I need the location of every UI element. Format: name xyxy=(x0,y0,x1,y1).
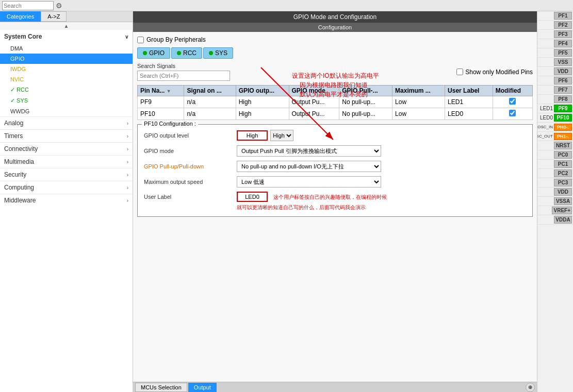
pf10-modified-checkbox[interactable] xyxy=(509,110,516,116)
tab-categories[interactable]: Categories xyxy=(0,11,41,22)
tab-az[interactable]: A->Z xyxy=(41,11,67,22)
sidebar-item-sys[interactable]: ✓ SYS xyxy=(0,95,133,106)
group-by-checkbox[interactable] xyxy=(137,37,144,43)
pin-pf4: PF4 xyxy=(537,39,573,48)
user-label-value: LED0 xyxy=(237,192,268,202)
pin-vdda-box[interactable]: VDDA xyxy=(554,216,572,224)
config-label-output-level: GPIO output level xyxy=(144,132,237,139)
pin-pc0-box[interactable]: PC0 xyxy=(554,151,572,159)
pin-pf7-box[interactable]: PF7 xyxy=(554,86,572,94)
col-user-label[interactable]: User Label xyxy=(445,86,493,96)
pin-pf3-box[interactable]: PF3 xyxy=(554,30,572,38)
cell-pf9-pin: PF9 xyxy=(138,96,184,108)
pin-pf5-box[interactable]: PF5 xyxy=(554,49,572,57)
sidebar-item-analog[interactable]: Analog › xyxy=(0,116,133,129)
timers-label: Timers xyxy=(4,132,23,140)
sidebar-item-rcc[interactable]: ✓ RCC xyxy=(0,84,133,95)
col-signal[interactable]: Signal on ... xyxy=(184,86,236,96)
multimedia-arrow: › xyxy=(127,159,128,165)
pin-pf6-box[interactable]: PF6 xyxy=(554,77,572,84)
tab-rcc[interactable]: RCC xyxy=(171,47,202,59)
gear-icon[interactable]: ⚙ xyxy=(56,2,62,10)
pin-pc1-box[interactable]: PC1 xyxy=(554,160,572,168)
cell-pf10-modified[interactable] xyxy=(493,108,532,120)
sidebar-item-connectivity[interactable]: Connectivity › xyxy=(0,142,133,155)
computing-label: Computing xyxy=(4,184,34,191)
sidebar-item-gpio[interactable]: GPIO xyxy=(0,54,133,64)
system-core-label: System Core xyxy=(4,33,42,40)
search-signals-input[interactable] xyxy=(137,71,230,81)
sidebar-item-security[interactable]: Security › xyxy=(0,168,133,181)
scroll-bottom-btn[interactable]: ⊕ xyxy=(526,383,535,392)
multimedia-label: Multimedia xyxy=(4,158,34,165)
output-level-select[interactable]: HighLow xyxy=(270,130,293,141)
pin-vssa-box[interactable]: VSSA xyxy=(554,197,572,205)
pin-ph0-box[interactable]: PH0-. xyxy=(554,124,572,131)
pin-pf4-box[interactable]: PF4 xyxy=(554,40,572,47)
sidebar-item-iwdg[interactable]: IWDG xyxy=(0,64,133,74)
pin-pf8-box[interactable]: PF8 xyxy=(554,95,572,103)
gpio-dot xyxy=(143,51,147,55)
gpio-speed-select[interactable]: Low 低速 xyxy=(237,176,381,188)
cell-pf9-mode: Output Pu... xyxy=(289,96,339,108)
pin-pc2: PC2 xyxy=(537,169,573,178)
tab-gpio[interactable]: GPIO xyxy=(137,47,170,59)
pin-pf1-box[interactable]: PF1 xyxy=(554,12,572,20)
pin-pf9: LED1 PF9 xyxy=(537,104,573,113)
pin-pf9-box[interactable]: PF9 xyxy=(554,105,572,112)
cell-pf9-speed: Low xyxy=(392,96,445,108)
user-label-annotation1: 这个用户标签按自己的兴趣随便取，在编程的时候 xyxy=(273,194,387,200)
group-by-label: Group By Peripherals xyxy=(146,36,206,43)
col-modified[interactable]: Modified xyxy=(493,86,532,96)
pin-vdd2-box[interactable]: VDD xyxy=(554,188,572,196)
timers-arrow: › xyxy=(127,133,128,139)
table-row: PF10 n/a High Output Pu... No pull-up...… xyxy=(138,108,533,120)
bottom-tab-mcus[interactable]: MCUs Selection xyxy=(135,383,187,392)
gpio-mode-select[interactable]: Output Push Pull 引脚为推挽输出模式 xyxy=(237,145,381,157)
pin-nrst-box[interactable]: NRST xyxy=(554,142,572,149)
system-core-section: ▲ System Core ∨ DMA GPIO IWDG NVIC ✓ RCC… xyxy=(0,22,133,116)
cell-pf10-mode: Output Pu... xyxy=(289,108,339,120)
pin-vref-box[interactable]: VREF+ xyxy=(552,207,572,214)
bottom-tab-output[interactable]: Output xyxy=(188,383,217,392)
sidebar-item-dma[interactable]: DMA xyxy=(0,43,133,54)
pin-vdd-box[interactable]: VDD xyxy=(554,67,572,75)
col-gpio-mode[interactable]: GPIO mode xyxy=(289,86,339,96)
pin-led0-label: LED0 xyxy=(540,115,553,121)
pin-pf10-box[interactable]: PF10 xyxy=(554,114,572,122)
cell-pf9-modified[interactable] xyxy=(493,96,532,108)
pin-pc2-box[interactable]: PC2 xyxy=(554,169,572,177)
pin-led1-label: LED1 xyxy=(540,106,553,111)
col-gpio-output[interactable]: GPIO outp... xyxy=(236,86,289,96)
system-core-header[interactable]: System Core ∨ xyxy=(0,30,133,43)
pin-pf2-box[interactable]: PF2 xyxy=(554,21,572,29)
sidebar-item-middleware[interactable]: Middleware › xyxy=(0,194,133,207)
computing-arrow: › xyxy=(127,185,128,191)
scroll-up-arrow: ▲ xyxy=(64,23,69,29)
scroll-up[interactable]: ▲ xyxy=(0,22,133,30)
output-level-value: High xyxy=(237,130,268,141)
sidebar-item-timers[interactable]: Timers › xyxy=(0,129,133,142)
col-pin-name[interactable]: Pin Na... ▼ xyxy=(138,86,184,96)
col-gpio-pull[interactable]: GPIO Pull-... xyxy=(339,86,392,96)
sidebar-item-multimedia[interactable]: Multimedia › xyxy=(0,155,133,168)
sidebar-item-wwdg[interactable]: WWDG xyxy=(0,106,133,116)
show-modified-checkbox[interactable] xyxy=(456,69,463,75)
gpio-table: Pin Na... ▼ Signal on ... GPIO outp... G… xyxy=(137,85,533,120)
pin-pf3: PF3 xyxy=(537,30,573,39)
sidebar-item-computing[interactable]: Computing › xyxy=(0,181,133,194)
sidebar-content: ▲ System Core ∨ DMA GPIO IWDG NVIC ✓ RCC… xyxy=(0,22,133,392)
pin-pc3-box[interactable]: PC3 xyxy=(554,179,572,186)
cell-pf9-label: LED1 xyxy=(445,96,493,108)
pin-vss-box[interactable]: VSS xyxy=(554,58,572,66)
gpio-pull-select[interactable]: No pull-up and no pull-down I/O无上下拉 xyxy=(237,161,381,172)
search-signals-label: Search Signals xyxy=(137,63,230,69)
col-max-speed[interactable]: Maximum ... xyxy=(392,86,445,96)
pin-ph1-box[interactable]: PH1-. xyxy=(554,133,572,140)
config-value-output-level: High HighLow xyxy=(237,130,293,141)
tab-sys[interactable]: SYS xyxy=(203,47,233,59)
sidebar-item-nvic[interactable]: NVIC xyxy=(0,74,133,84)
pf9-modified-checkbox[interactable] xyxy=(509,98,516,105)
search-input[interactable] xyxy=(2,1,54,10)
main-layout: Categories A->Z ▲ System Core ∨ DMA GPIO… xyxy=(0,11,573,392)
